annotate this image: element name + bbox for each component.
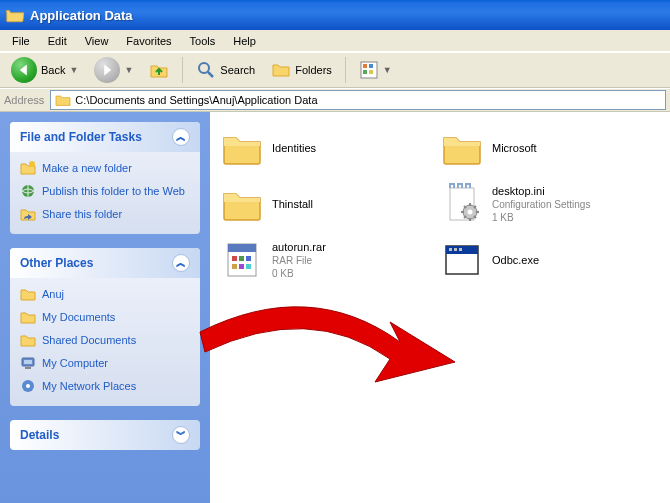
- search-button[interactable]: Search: [191, 57, 260, 83]
- folders-button[interactable]: Folders: [266, 57, 337, 83]
- svg-rect-23: [239, 264, 244, 269]
- svg-point-0: [199, 63, 209, 73]
- folder-open-icon: [6, 7, 24, 23]
- item-meta: Configuration Settings: [492, 198, 590, 211]
- back-button[interactable]: Back ▼: [6, 54, 83, 86]
- up-button[interactable]: [144, 57, 174, 83]
- svg-rect-10: [24, 360, 32, 364]
- item-meta: RAR File: [272, 254, 326, 267]
- item-name: autorun.rar: [272, 240, 326, 254]
- forward-button[interactable]: ▼: [89, 54, 138, 86]
- file-folder-tasks-panel: File and Folder Tasks ︽ Make a new folde…: [10, 122, 200, 234]
- svg-rect-18: [228, 244, 256, 252]
- panel-header[interactable]: File and Folder Tasks ︽: [10, 122, 200, 152]
- window-title: Application Data: [30, 8, 133, 23]
- folders-label: Folders: [295, 64, 332, 76]
- item-autorun-rar[interactable]: autorun.rarRAR File0 KB: [220, 238, 420, 282]
- globe-icon: [20, 183, 36, 199]
- task-label: Share this folder: [42, 208, 122, 220]
- panel-title: Other Places: [20, 256, 93, 270]
- folder-icon: [220, 182, 264, 226]
- menu-favorites[interactable]: Favorites: [118, 33, 179, 49]
- svg-rect-28: [454, 248, 457, 251]
- item-size: 1 KB: [492, 211, 590, 224]
- address-input[interactable]: [75, 94, 661, 106]
- task-new-folder[interactable]: Make a new folder: [20, 160, 190, 176]
- place-network[interactable]: My Network Places: [20, 378, 190, 394]
- menu-view[interactable]: View: [77, 33, 117, 49]
- collapse-icon[interactable]: ︽: [172, 128, 190, 146]
- svg-rect-19: [232, 256, 237, 261]
- views-button[interactable]: ▼: [354, 57, 397, 83]
- svg-rect-21: [246, 256, 251, 261]
- place-anuj[interactable]: Anuj: [20, 286, 190, 302]
- item-desktop-ini[interactable]: desktop.iniConfiguration Settings1 KB: [440, 182, 640, 226]
- svg-point-16: [468, 210, 473, 215]
- main-area: File and Folder Tasks ︽ Make a new folde…: [0, 112, 670, 503]
- menu-help[interactable]: Help: [225, 33, 264, 49]
- task-label: Publish this folder to the Web: [42, 185, 185, 197]
- svg-rect-29: [459, 248, 462, 251]
- item-name: Thinstall: [272, 197, 313, 211]
- folder-icon: [55, 93, 71, 107]
- item-name: Odbc.exe: [492, 253, 539, 267]
- place-label: My Computer: [42, 357, 108, 369]
- item-name: Identities: [272, 141, 316, 155]
- panel-header[interactable]: Other Places ︽: [10, 248, 200, 278]
- folder-new-icon: [20, 160, 36, 176]
- place-label: Anuj: [42, 288, 64, 300]
- place-label: My Documents: [42, 311, 115, 323]
- toolbar: Back ▼ ▼ Search Folders ▼: [0, 52, 670, 88]
- menu-file[interactable]: File: [4, 33, 38, 49]
- item-thinstall[interactable]: Thinstall: [220, 182, 420, 226]
- place-my-documents[interactable]: My Documents: [20, 309, 190, 325]
- folder-up-icon: [149, 60, 169, 80]
- computer-icon: [20, 355, 36, 371]
- task-publish-web[interactable]: Publish this folder to the Web: [20, 183, 190, 199]
- svg-rect-22: [232, 264, 237, 269]
- exe-icon: [440, 238, 484, 282]
- folder-icon: [440, 126, 484, 170]
- place-label: My Network Places: [42, 380, 136, 392]
- item-identities[interactable]: Identities: [220, 126, 420, 170]
- collapse-icon[interactable]: ︽: [172, 254, 190, 272]
- place-shared-documents[interactable]: Shared Documents: [20, 332, 190, 348]
- panel-header[interactable]: Details ︾: [10, 420, 200, 450]
- views-icon: [359, 60, 379, 80]
- folder-icon: [220, 126, 264, 170]
- svg-rect-5: [363, 70, 367, 74]
- address-field[interactable]: [50, 90, 666, 110]
- other-places-panel: Other Places ︽ Anuj My Documents Shared …: [10, 248, 200, 406]
- folders-icon: [271, 60, 291, 80]
- folder-icon: [20, 309, 36, 325]
- address-label: Address: [4, 94, 44, 106]
- item-size: 0 KB: [272, 267, 326, 280]
- chevron-down-icon: ▼: [69, 65, 78, 75]
- item-odbc-exe[interactable]: Odbc.exe: [440, 238, 640, 282]
- svg-rect-4: [369, 64, 373, 68]
- title-bar: Application Data: [0, 0, 670, 30]
- annotation-arrow: [190, 287, 480, 409]
- chevron-down-icon: ▼: [383, 65, 392, 75]
- menu-tools[interactable]: Tools: [182, 33, 224, 49]
- item-microsoft[interactable]: Microsoft: [440, 126, 640, 170]
- search-label: Search: [220, 64, 255, 76]
- task-share-folder[interactable]: Share this folder: [20, 206, 190, 222]
- task-label: Make a new folder: [42, 162, 132, 174]
- chevron-down-icon: ▼: [124, 65, 133, 75]
- separator: [182, 57, 183, 83]
- place-my-computer[interactable]: My Computer: [20, 355, 190, 371]
- svg-rect-6: [369, 70, 373, 74]
- expand-icon[interactable]: ︾: [172, 426, 190, 444]
- place-label: Shared Documents: [42, 334, 136, 346]
- svg-rect-27: [449, 248, 452, 251]
- content-pane[interactable]: Identities Microsoft Thinstall desktop.i…: [210, 112, 670, 503]
- menu-edit[interactable]: Edit: [40, 33, 75, 49]
- back-icon: [11, 57, 37, 83]
- sidebar: File and Folder Tasks ︽ Make a new folde…: [0, 112, 210, 503]
- svg-rect-20: [239, 256, 244, 261]
- panel-title: Details: [20, 428, 59, 442]
- svg-rect-3: [363, 64, 367, 68]
- folder-icon: [20, 286, 36, 302]
- address-bar: Address: [0, 88, 670, 112]
